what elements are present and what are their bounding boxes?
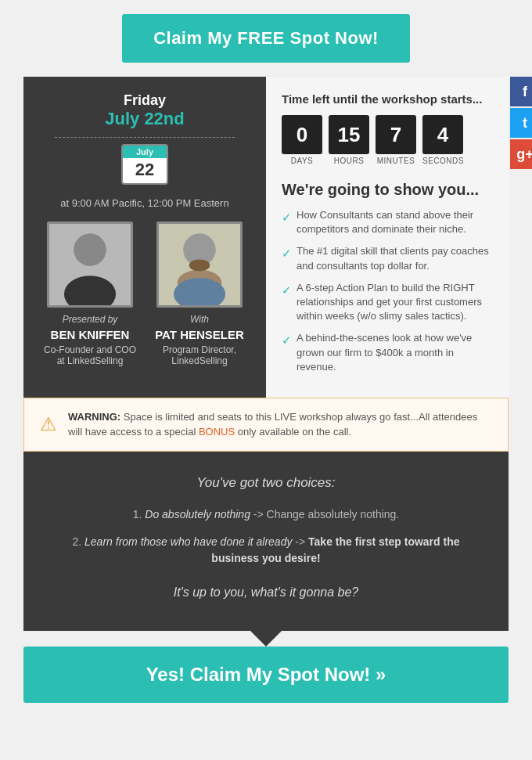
choice-2-italic: Learn from those who have done it alread…: [84, 535, 292, 548]
twitter-icon: t: [523, 115, 527, 131]
arrow-down-icon: [250, 631, 282, 647]
googleplus-button[interactable]: g+: [510, 139, 532, 169]
countdown-days-label: DAYS: [282, 157, 322, 165]
cal-day: 22: [123, 158, 167, 183]
social-sidebar: f t g+: [510, 77, 532, 169]
countdown-minutes: 7 MINUTES: [376, 115, 416, 165]
countdown-seconds: 4 SECONDS: [422, 115, 464, 165]
bottom-dark-section: You've got two choices: 1. Do absolutely…: [23, 452, 509, 631]
warning-icon: ⚠: [40, 413, 57, 435]
countdown-days-value: 0: [282, 115, 322, 154]
choice-2: 2. Learn from those who have done it alr…: [55, 534, 477, 567]
countdown-hours-label: HOURS: [329, 157, 369, 165]
facebook-button[interactable]: f: [510, 77, 532, 106]
countdown-seconds-label: SECONDS: [422, 157, 464, 165]
left-panel: Friday July 22nd July 22 at 9:00 AM Paci…: [23, 77, 266, 398]
main-panels: Friday July 22nd July 22 at 9:00 AM Paci…: [23, 77, 509, 398]
day-name: Friday: [39, 92, 250, 109]
right-panel: Time left until the workshop starts... 0…: [266, 77, 509, 398]
bullet-text-1: How Consultants can stand above their co…: [297, 208, 493, 236]
warning-bold: WARNING:: [68, 411, 120, 423]
presenter-2: With PAT HENSELER Program Director, Link…: [149, 222, 250, 366]
bottom-cta-wrapper: Yes! Claim My Spot Now! »: [0, 647, 532, 726]
choices-title: You've got two choices:: [55, 475, 477, 491]
event-time: at 9:00 AM Pacific, 12:00 PM Eastern: [39, 197, 250, 209]
countdown-hours-value: 15: [329, 115, 369, 154]
choice-1: 1. Do absolutely nothing -> Change absol…: [55, 506, 477, 523]
countdown-hours: 15 HOURS: [329, 115, 369, 165]
timer-label: Time left until the workshop starts...: [282, 92, 493, 106]
top-cta-section: Claim My FREE Spot Now!: [0, 0, 532, 77]
arrow-wrapper: [23, 631, 509, 647]
warning-bar: ⚠ WARNING: Space is limited and seats to…: [23, 398, 509, 452]
closing-text: It's up to you, what's it gonna be?: [55, 585, 477, 600]
presenter-2-title: Program Director, LinkedSelling: [149, 344, 250, 366]
svg-point-7: [189, 259, 210, 271]
date-header: Friday July 22nd: [39, 92, 250, 129]
presenter-2-name: PAT HENSELER: [149, 328, 250, 341]
check-icon-3: ✓: [282, 282, 292, 324]
event-date: July 22nd: [39, 109, 250, 129]
list-item: ✓ The #1 digital skill that clients pay …: [282, 244, 493, 272]
countdown-seconds-value: 4: [422, 115, 463, 154]
bullet-text-2: The #1 digital skill that clients pay co…: [297, 244, 493, 272]
list-item: ✓ How Consultants can stand above their …: [282, 208, 493, 236]
list-item: ✓ A behind-the-scenes look at how we've …: [282, 331, 493, 374]
presenter-1-by: Presented by: [39, 314, 141, 325]
cal-month: July: [123, 146, 167, 158]
twitter-button[interactable]: t: [510, 108, 532, 138]
check-icon-1: ✓: [282, 209, 292, 236]
presenter-1-photo: [47, 222, 133, 308]
bullet-text-4: A behind-the-scenes look at how we've gr…: [297, 331, 493, 374]
countdown-minutes-value: 7: [376, 115, 416, 154]
facebook-icon: f: [523, 84, 527, 100]
warning-body: Space is limited and seats to this LIVE …: [68, 411, 477, 438]
bullet-list: ✓ How Consultants can stand above their …: [282, 208, 493, 374]
check-icon-4: ✓: [282, 332, 292, 374]
warning-text: WARNING: Space is limited and seats to t…: [68, 409, 492, 440]
warning-link[interactable]: BONUS: [199, 426, 235, 438]
choice-1-italic: Do absolutely nothing: [145, 508, 250, 520]
presenter-1-title: Co-Founder and COO at LinkedSelling: [39, 344, 141, 366]
presenter-2-photo: [156, 222, 243, 308]
date-divider: [55, 137, 235, 138]
presenter-2-by: With: [149, 314, 250, 325]
svg-point-1: [74, 233, 106, 266]
presenter-1-name: BEN KNIFFEN: [39, 328, 141, 341]
countdown-minutes-label: MINUTES: [376, 157, 416, 165]
bottom-cta-button[interactable]: Yes! Claim My Spot Now! »: [23, 647, 509, 703]
list-item: ✓ A 6-step Action Plan to build the RIGH…: [282, 281, 493, 324]
show-you-title: We're going to show you...: [282, 181, 493, 199]
presenter-1: Presented by BEN KNIFFEN Co-Founder and …: [39, 222, 141, 366]
countdown: 0 DAYS 15 HOURS 7 MINUTES 4 SECONDS: [282, 115, 493, 165]
googleplus-icon: g+: [516, 146, 532, 163]
top-cta-button[interactable]: Claim My FREE Spot Now!: [122, 14, 410, 63]
presenters-row: Presented by BEN KNIFFEN Co-Founder and …: [39, 222, 250, 366]
calendar-icon: July 22: [121, 144, 168, 185]
bullet-text-3: A 6-step Action Plan to build the RIGHT …: [297, 281, 493, 324]
countdown-days: 0 DAYS: [282, 115, 322, 165]
check-icon-2: ✓: [282, 245, 292, 272]
